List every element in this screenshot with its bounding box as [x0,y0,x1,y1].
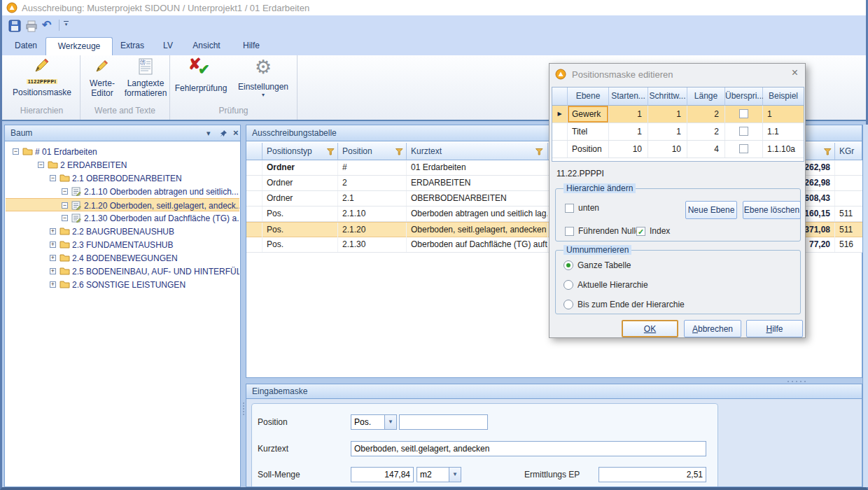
customize-quick-access-icon[interactable]: ▾ [64,21,69,27]
expand-icon[interactable] [50,268,56,274]
langtexte-label-2: formatieren [125,88,167,98]
index-label: Index [650,226,670,236]
filter-icon[interactable] [824,148,832,155]
collapse-icon[interactable] [50,175,56,181]
expand-icon[interactable] [50,241,56,248]
column-header-positionstyp[interactable]: Positionstyp [262,143,338,160]
collapse-icon[interactable] [62,202,68,209]
position-doc-icon [71,201,81,210]
grid-header-starten[interactable]: Starten... [609,88,648,106]
panel-menu-icon[interactable]: ▾ [206,125,211,141]
tree-item-2-4[interactable]: 2.4 BODENBEWEGUNGEN [6,251,239,265]
positionsmaske-label: Positionsmaske [4,88,80,97]
vertical-splitter[interactable] [241,125,246,487]
tree-item-2-1-20-selected[interactable]: 2.1.20 Oberboden, seitl.gelagert, andeck… [6,198,239,211]
document-icon: T [139,58,153,75]
grid-row-titel[interactable]: Titel 1 1 2 1.1 [552,123,804,141]
fehlerpruefung-button[interactable]: ✘ ✔ Fehlerprüfung [172,57,230,93]
hilfe-button[interactable]: Hilfe [746,320,803,337]
umnummerieren-legend: Umnummerieren [564,245,631,255]
grid-header-beispiel[interactable]: Beispiel [763,88,804,106]
werte-editor-label-1: Werte- [90,78,115,88]
expand-icon[interactable] [50,281,56,288]
filter-icon[interactable] [327,148,335,155]
filter-icon[interactable] [396,148,403,155]
collapse-icon[interactable] [62,188,68,195]
aktuelle-hierarchie-label: Aktuelle Hierarchie [578,280,648,290]
tree-item-2-3[interactable]: 2.3 FUNDAMENTAUSHUB [6,238,239,251]
unten-checkbox[interactable] [565,204,574,213]
close-icon[interactable]: × [233,125,239,141]
ueberspringen-checkbox[interactable] [739,109,748,118]
grid-row-gewerk[interactable]: ▶ Gewerk 1 1 2 1 [552,106,804,123]
form-panel-title: Eingabemaske [252,386,307,396]
tree-item-2-5[interactable]: 2.5 BODENEINBAU, AUF- UND HINTERFÜLL... [6,265,239,278]
tree-item-2-2[interactable]: 2.2 BAUGRUBENAUSHUB [6,225,239,238]
column-header-kgr[interactable]: KGr [835,143,862,160]
dialog-icon [555,69,566,80]
chevron-down-icon[interactable]: ▼ [384,415,396,429]
print-icon[interactable] [25,20,38,32]
ganze-tabelle-radio[interactable] [564,260,573,270]
collapse-icon[interactable] [38,162,44,168]
chevron-down-icon[interactable]: ▼ [449,468,461,482]
ok-button[interactable]: OK [622,320,678,337]
einheit-combobox[interactable]: m2 ▼ [416,467,461,482]
positionsmaske-button[interactable]: 1122PPPPI Positionsmaske [4,57,80,97]
save-icon[interactable] [8,20,21,32]
grid-header-schrittw[interactable]: Schrittw... [648,88,687,106]
tree-item-2-1-10[interactable]: 2.1.10 Oberboden abtragen und seitlich..… [6,185,239,198]
tab-ansicht[interactable]: Ansicht [186,37,227,55]
tab-lv[interactable]: LV [156,37,180,55]
tree-item-2-erdarbeiten[interactable]: 2 ERDARBEITEN [6,158,239,172]
kurztext-label: Kurztext [258,444,288,454]
horizontal-splitter[interactable] [246,378,862,384]
collapse-icon[interactable] [13,148,19,155]
tab-hilfe[interactable]: Hilfe [233,37,270,55]
grid-header-laenge[interactable]: Länge [687,88,725,106]
tree-item-01-erdarbeiten[interactable]: # 01 Erdarbeiten [6,145,239,158]
tree-item-2-6[interactable]: 2.6 SONSTIGE LEISTUNGEN [6,278,239,291]
ribbon-group-label: Hierarchien [4,106,80,115]
column-header-position[interactable]: Position [338,143,407,160]
position-number-input[interactable] [399,414,488,430]
undo-icon[interactable]: ↶ [42,18,51,31]
kurztext-input[interactable] [351,441,706,456]
langtexte-formatieren-button[interactable]: T Langtexteformatieren [122,58,169,98]
tab-daten[interactable]: Daten [8,37,44,55]
grid-row-position[interactable]: Position 10 10 4 1.1.10a [552,141,804,158]
close-icon[interactable]: × [792,66,798,79]
position-label: Position [258,417,288,427]
fehlerpruefung-label: Fehlerprüfung [172,83,230,93]
fuehrende-nullen-checkbox[interactable] [565,227,574,236]
window-title: Ausschreibung: Musterprojekt SIDOUN / Un… [22,3,309,13]
aktuelle-hierarchie-radio[interactable] [564,280,573,290]
soll-menge-input[interactable] [351,467,414,482]
abbrechen-button[interactable]: Abbrechen [684,320,741,337]
grid-header-ueberspringen[interactable]: Überspri... [725,88,763,106]
position-doc-icon [71,214,81,223]
tab-extras[interactable]: Extras [114,37,150,55]
tab-werkzeuge[interactable]: Werkzeuge [46,37,113,55]
index-checkbox[interactable] [636,227,645,236]
right-panel-strip[interactable] [862,125,868,487]
ueberspringen-checkbox[interactable] [739,127,748,136]
grid-header-ebene[interactable]: Ebene [568,88,609,106]
folder-icon [59,240,70,248]
tree-item-2-1-30[interactable]: 2.1.30 Oberboden auf Dachfläche (TG) a..… [6,211,239,225]
tree-item-2-1[interactable]: 2.1 OBERBODENARBEITEN [6,172,239,185]
column-header-kurztext[interactable]: Kurztext [407,143,548,160]
expand-icon[interactable] [50,255,56,261]
pin-icon[interactable] [219,130,227,138]
ebene-loeschen-button[interactable]: Ebene löschen [743,201,801,219]
collapse-icon[interactable] [62,215,68,221]
bis-ende-hierarchie-radio[interactable] [564,300,573,309]
expand-icon[interactable] [50,228,56,234]
filter-icon[interactable] [536,148,543,155]
werte-editor-button[interactable]: Werte-Editor [82,58,122,98]
einstellungen-button[interactable]: ⚙ Einstellungen ▾ [232,55,295,98]
position-type-combobox[interactable]: Pos. ▼ [351,414,397,430]
neue-ebene-button[interactable]: Neue Ebene [685,201,737,219]
ueberspringen-checkbox[interactable] [739,144,748,153]
ermittlungs-ep-input[interactable] [598,467,706,482]
